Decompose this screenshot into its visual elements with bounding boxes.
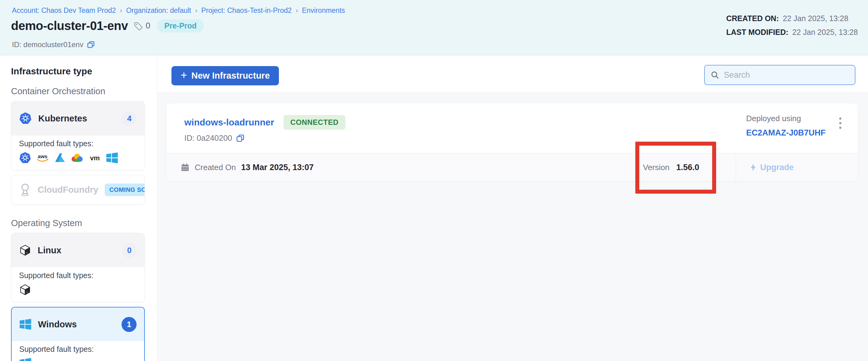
version-value: 1.56.0 <box>676 163 699 172</box>
aws-icon: aws <box>35 153 50 163</box>
kubernetes-card-header: Kubernetes 4 <box>11 101 145 135</box>
linux-label: Linux <box>38 245 61 256</box>
search-input[interactable] <box>724 70 849 80</box>
svg-text:5.: 5. <box>26 291 28 294</box>
upgrade-label: Upgrade <box>760 163 794 172</box>
supported-fault-types-label: Supported fault types: <box>19 272 137 279</box>
deployed-using-block: Deployed using EC2AMAZ-J0B7UHF <box>746 114 826 138</box>
last-modified-label: LAST MODIFIED: <box>726 28 788 37</box>
deployed-using-link[interactable]: EC2AMAZ-J0B7UHF <box>746 128 826 137</box>
breadcrumb-environments[interactable]: Environments <box>302 6 345 15</box>
windows-icon <box>19 357 32 361</box>
last-modified-row: LAST MODIFIED: 22 Jan 2025, 13:28 <box>726 28 858 37</box>
tag-count: 0 <box>146 21 150 31</box>
environment-id-row: ID: democluster01env <box>12 40 95 49</box>
breadcrumb-separator: › <box>296 7 298 15</box>
version-info: Version 1.56.0 <box>643 153 699 182</box>
windows-card-header: Windows 1 <box>12 307 144 341</box>
infrastructure-id: ID: 0a240200 <box>184 133 232 143</box>
windows-icon <box>19 318 32 330</box>
created-on-value: 13 Mar 2025, 13:07 <box>241 163 313 172</box>
supported-fault-types-label: Supported fault types: <box>19 140 137 147</box>
azure-icon <box>54 153 66 163</box>
status-badge: CONNECTED <box>283 115 345 130</box>
kubernetes-icon <box>19 152 31 164</box>
fault-type-icons: 5. <box>19 284 137 296</box>
linux-icon: 5. <box>19 284 31 296</box>
sidebar-item-windows[interactable]: Windows 1 Supported fault types: <box>11 307 145 361</box>
kubernetes-count-badge: 4 <box>122 111 137 126</box>
copy-id-icon[interactable] <box>236 134 245 143</box>
infrastructure-name-row: windows-loadrunner CONNECTED <box>184 115 345 130</box>
sidebar-item-kubernetes[interactable]: Kubernetes 4 Supported fault types: aws <box>11 101 145 170</box>
new-infrastructure-label: New Infrastructure <box>191 71 270 81</box>
breadcrumb-project[interactable]: Project: Chaos-Test-in-Prod2 <box>202 6 292 15</box>
deployed-using-label: Deployed using <box>746 114 826 123</box>
supported-fault-types-label: Supported fault types: <box>19 346 136 353</box>
group-label-container-orchestration: Container Orchestration <box>11 87 145 96</box>
breadcrumb-separator: › <box>195 7 197 15</box>
last-modified-value: 22 Jan 2025, 13:28 <box>793 28 858 37</box>
breadcrumb-organization[interactable]: Organization: default <box>126 6 191 15</box>
infrastructure-id-row: ID: 0a240200 <box>184 133 245 143</box>
cloudfoundry-icon <box>19 183 31 197</box>
breadcrumb-separator: › <box>120 7 122 15</box>
group-label-operating-system: Operating System <box>11 219 145 228</box>
version-label: Version <box>643 163 670 172</box>
windows-count-badge: 1 <box>122 317 136 332</box>
tags-control[interactable]: 0 <box>133 21 150 31</box>
coming-soon-badge: COMING SOON <box>105 184 145 196</box>
tag-icon <box>133 21 143 31</box>
gcp-icon <box>70 153 84 163</box>
new-infrastructure-button[interactable]: + New Infrastructure <box>172 66 279 85</box>
kubernetes-icon <box>19 112 32 125</box>
audit-dates: CREATED ON: 22 Jan 2025, 13:28 LAST MODI… <box>726 14 858 37</box>
sidebar-heading: Infrastructure type <box>11 67 145 76</box>
created-on-value: 22 Jan 2025, 13:28 <box>783 14 848 23</box>
fault-type-icons: aws vm <box>19 152 137 164</box>
environment-details-page: Account: Chaos Dev Team Prod2 › Organiza… <box>0 0 868 361</box>
linux-icon: 5. <box>19 244 31 256</box>
infrastructure-card: windows-loadrunner CONNECTED ID: 0a24020… <box>166 103 858 182</box>
infrastructure-name-link[interactable]: windows-loadrunner <box>184 117 274 128</box>
kubernetes-label: Kubernetes <box>38 113 87 124</box>
cloudfoundry-card-header: CloudFoundry COMING SOON <box>11 175 145 204</box>
svg-text:5.: 5. <box>26 252 28 254</box>
environment-id: ID: democluster01env <box>12 40 83 49</box>
kebab-menu-icon[interactable] <box>834 116 846 130</box>
infrastructure-list: windows-loadrunner CONNECTED ID: 0a24020… <box>158 93 868 361</box>
upgrade-button[interactable]: Upgrade <box>736 153 858 182</box>
page-header: Account: Chaos Dev Team Prod2 › Organiza… <box>0 0 868 55</box>
created-on-row: CREATED ON: 22 Jan 2025, 13:28 <box>726 14 858 23</box>
created-on-label: CREATED ON: <box>726 14 779 23</box>
breadcrumb: Account: Chaos Dev Team Prod2 › Organiza… <box>12 6 345 15</box>
title-row: demo-cluster-01-env 0 Pre-Prod <box>11 19 204 33</box>
sidebar-item-cloudfoundry: CloudFoundry COMING SOON <box>11 175 145 205</box>
linux-card-header: 5. Linux 0 <box>11 233 145 267</box>
environments-main: + New Infrastructure windows-loadrunner … <box>158 55 868 361</box>
infrastructure-card-footer: Created On 13 Mar 2025, 13:07 Version 1.… <box>166 153 858 182</box>
windows-card-body: Supported fault types: <box>12 341 144 361</box>
created-on-block: Created On 13 Mar 2025, 13:07 <box>181 153 314 182</box>
plus-icon: + <box>181 70 187 81</box>
sidebar-item-linux[interactable]: 5. Linux 0 Supported fault types: 5. <box>11 233 145 302</box>
fault-type-icons <box>19 357 136 361</box>
search-icon <box>710 70 719 79</box>
env-type-badge: Pre-Prod <box>157 19 204 32</box>
calendar-icon <box>181 163 189 172</box>
svg-text:aws: aws <box>38 154 48 159</box>
svg-text:vm: vm <box>90 154 100 162</box>
created-on-label: Created On <box>195 163 236 172</box>
infrastructure-type-sidebar: Infrastructure type Container Orchestrat… <box>0 55 157 361</box>
linux-card-body: Supported fault types: 5. <box>11 267 145 302</box>
search-box[interactable] <box>704 65 856 85</box>
lightning-icon <box>749 163 757 172</box>
windows-label: Windows <box>38 319 77 329</box>
vmware-icon: vm <box>88 153 102 162</box>
cloudfoundry-label: CloudFoundry <box>38 185 98 195</box>
copy-id-icon[interactable] <box>87 40 95 49</box>
kubernetes-card-body: Supported fault types: aws vm <box>11 135 145 170</box>
page-title: demo-cluster-01-env <box>11 19 128 33</box>
breadcrumb-account[interactable]: Account: Chaos Dev Team Prod2 <box>12 6 116 15</box>
windows-icon <box>106 152 118 164</box>
